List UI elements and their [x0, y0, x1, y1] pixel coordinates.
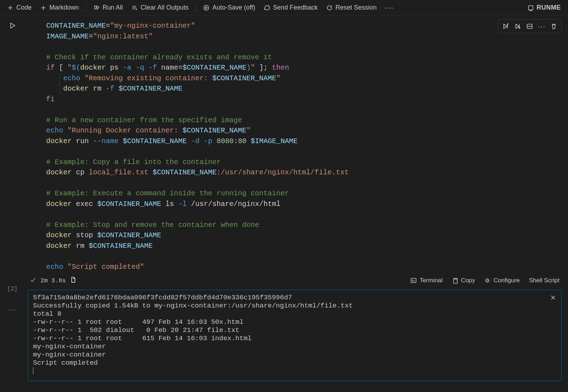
run-all-icon — [93, 5, 100, 11]
add-markdown-label: Markdown — [49, 4, 79, 11]
code-editor[interactable]: CONTAINER_NAME="my-nginx-container" IMAG… — [28, 21, 562, 272]
cell-floating-toolbar: ··· — [498, 19, 562, 33]
output-panel: 5f3a715a9a8be2efd6176bdaa096f3fcdd82f57d… — [28, 290, 562, 381]
plus-icon — [7, 5, 13, 11]
split-icon — [526, 23, 533, 29]
language-label: Shell Script — [529, 277, 559, 284]
copy-button[interactable]: Copy — [452, 277, 475, 284]
reset-session-button[interactable]: Reset Session — [323, 2, 380, 13]
divider — [86, 4, 86, 12]
ellipsis-icon: ··· — [385, 3, 394, 12]
terminal-label: Terminal — [420, 277, 442, 284]
output-more-button[interactable]: ··· — [8, 305, 17, 314]
cell-index: [2] — [7, 286, 18, 292]
clear-outputs-button[interactable]: Clear All Outputs — [128, 2, 192, 13]
close-output-button[interactable] — [549, 294, 557, 301]
run-cell-button[interactable] — [9, 22, 16, 31]
runme-button[interactable]: RUNME — [524, 2, 565, 13]
execute-above-button[interactable] — [501, 22, 510, 31]
close-icon — [550, 295, 556, 300]
run-all-button[interactable]: Run All — [90, 2, 126, 13]
reset-label: Reset Session — [335, 4, 377, 11]
execution-duration: 2m 3.8s — [40, 277, 66, 284]
autosave-button[interactable]: Auto-Save (off) — [200, 2, 259, 13]
runme-icon — [528, 5, 534, 11]
add-code-button[interactable]: Code — [4, 2, 35, 13]
configure-label: Configure — [493, 277, 520, 284]
delete-cell-button[interactable] — [549, 22, 558, 31]
cell-more-button[interactable]: ··· — [537, 22, 546, 31]
cell-status-bar: 2m 3.8s Terminal Copy Configure Shell Sc… — [28, 274, 562, 287]
open-terminal-button[interactable]: Terminal — [410, 277, 442, 284]
clear-outputs-label: Clear All Outputs — [141, 4, 189, 11]
copy-label: Copy — [461, 277, 475, 284]
execute-below-button[interactable] — [513, 22, 522, 31]
split-cell-button[interactable] — [525, 22, 534, 31]
runme-label: RUNME — [537, 4, 561, 11]
more-button[interactable]: ··· — [382, 2, 397, 14]
notebook-toolbar: Code Markdown Run All Clear All Outputs … — [0, 0, 568, 16]
plus-icon — [40, 5, 47, 11]
add-markdown-button[interactable]: Markdown — [37, 2, 82, 13]
configure-button[interactable]: Configure — [484, 277, 520, 284]
output-cursor — [33, 367, 33, 374]
language-picker[interactable]: Shell Script — [529, 277, 559, 284]
editor-area: [2] ··· ··· CONTAINER_NAME="my-nginx-con… — [0, 16, 568, 392]
divider — [196, 4, 196, 12]
reset-icon — [326, 5, 333, 11]
feedback-icon — [264, 5, 270, 11]
feedback-label: Send Feedback — [273, 4, 318, 11]
success-icon — [30, 277, 36, 285]
terminal-icon — [410, 277, 417, 284]
copy-icon — [452, 277, 458, 284]
svg-rect-1 — [529, 6, 533, 10]
clear-outputs-icon — [131, 5, 138, 11]
autosave-label: Auto-Save (off) — [212, 4, 255, 11]
play-down-icon — [514, 23, 521, 29]
output-text[interactable]: 5f3a715a9a8be2efd6176bdaa096f3fcdd82f57d… — [33, 294, 556, 376]
svg-point-0 — [204, 5, 209, 10]
add-code-label: Code — [16, 4, 32, 11]
play-up-icon — [502, 23, 509, 29]
run-all-label: Run All — [103, 4, 123, 11]
gutter: [2] ··· — [0, 16, 25, 392]
autosave-icon — [203, 5, 209, 11]
trash-icon — [551, 23, 557, 29]
send-feedback-button[interactable]: Send Feedback — [260, 2, 321, 13]
file-icon — [70, 277, 76, 285]
cell-content: ··· CONTAINER_NAME="my-nginx-container" … — [25, 16, 568, 392]
gear-icon — [484, 277, 491, 284]
play-icon — [9, 22, 16, 29]
svg-point-5 — [486, 279, 488, 282]
svg-rect-4 — [454, 279, 457, 283]
